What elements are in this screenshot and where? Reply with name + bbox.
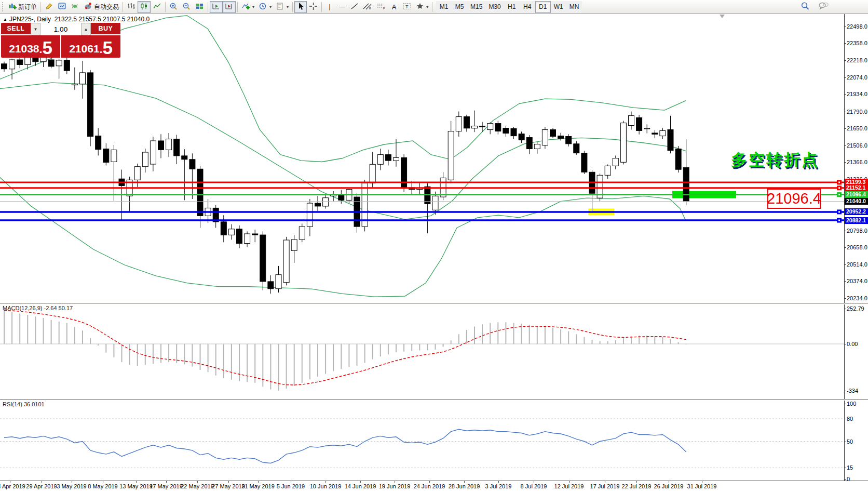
price-axis-label: 21506.0 bbox=[847, 142, 867, 149]
bear-candle bbox=[558, 136, 564, 139]
bull-candle bbox=[245, 234, 250, 244]
indicators-button[interactable]: ▾ bbox=[239, 1, 256, 13]
buy-button[interactable]: BUY bbox=[91, 23, 120, 35]
toolbar-grip bbox=[2, 2, 5, 11]
bear-candle bbox=[103, 149, 109, 163]
bar-chart-button[interactable] bbox=[125, 1, 138, 13]
pane-splitter[interactable] bbox=[0, 399, 868, 401]
bear-candle bbox=[636, 118, 642, 131]
candlestick-chart-icon bbox=[140, 2, 148, 12]
timeframe-h4[interactable]: H4 bbox=[520, 1, 535, 13]
chart-shift-button[interactable] bbox=[223, 1, 236, 13]
price-callout-box[interactable]: 21096.4 bbox=[767, 189, 821, 209]
price-axis-tick bbox=[844, 112, 846, 112]
cursor-button[interactable] bbox=[294, 1, 307, 13]
text-button[interactable]: A bbox=[388, 1, 400, 13]
date-tick bbox=[291, 481, 291, 483]
text-icon: A bbox=[392, 4, 397, 10]
volume-increase-button[interactable]: ▲ bbox=[81, 23, 91, 35]
macd-pane[interactable] bbox=[0, 304, 868, 399]
timeframe-m1[interactable]: M1 bbox=[436, 1, 452, 13]
bull-candle bbox=[620, 123, 626, 163]
auto-scroll-button[interactable] bbox=[210, 1, 223, 13]
trendline-button[interactable] bbox=[348, 1, 361, 13]
quick-trade-expander-icon[interactable]: ▲ bbox=[3, 17, 7, 22]
volume-input[interactable] bbox=[40, 23, 81, 35]
price-axis-label: 21934.0 bbox=[847, 91, 867, 97]
timeframe-mn[interactable]: MN bbox=[566, 1, 582, 13]
bull-candle bbox=[660, 130, 666, 136]
bear-candle bbox=[33, 58, 38, 62]
periods-button[interactable]: ▾ bbox=[256, 1, 274, 13]
pane-splitter[interactable] bbox=[0, 303, 868, 304]
buy-price[interactable]: 21061.5 bbox=[61, 35, 120, 58]
chart-shift-marker[interactable] bbox=[720, 15, 725, 18]
signals-button[interactable] bbox=[69, 1, 82, 13]
price-axis-label: 20798.0 bbox=[847, 228, 867, 234]
equidistant-channel-button[interactable]: E bbox=[361, 1, 374, 13]
search-button[interactable] bbox=[798, 1, 812, 13]
macd-axis-label: -334 bbox=[847, 388, 858, 394]
templates-button[interactable]: ▾ bbox=[274, 1, 291, 13]
rsi-pane[interactable] bbox=[0, 401, 868, 481]
time-axis-separator bbox=[0, 481, 868, 481]
timeframe-m5[interactable]: M5 bbox=[452, 1, 467, 13]
price-axis-tick bbox=[844, 94, 846, 95]
text-label-button[interactable]: T bbox=[400, 1, 414, 13]
bull-candle bbox=[394, 157, 399, 161]
price-axis-label: 21650.0 bbox=[847, 125, 867, 131]
indicators-icon bbox=[241, 2, 250, 12]
volume-decrease-button[interactable]: ▼ bbox=[31, 23, 40, 35]
sell-price[interactable]: 21038.5 bbox=[1, 35, 61, 58]
timeframe-w1[interactable]: W1 bbox=[551, 1, 566, 13]
highlighter-icon bbox=[45, 2, 53, 12]
date-tick bbox=[605, 481, 605, 483]
bull-candle bbox=[142, 152, 148, 167]
fibonacci-icon: F bbox=[376, 2, 386, 12]
tile-windows-button[interactable] bbox=[193, 1, 206, 13]
date-label: 31 Jul 2019 bbox=[680, 483, 724, 489]
zoom-out-button[interactable] bbox=[180, 1, 193, 13]
rsi-axis-label: 100 bbox=[847, 401, 856, 407]
charts-window-button[interactable] bbox=[56, 1, 69, 13]
price-axis-label: 21366.0 bbox=[847, 159, 867, 165]
price-tag: 20952.2 bbox=[845, 208, 868, 215]
timeframe-m15[interactable]: M15 bbox=[467, 1, 485, 13]
crosshair-button[interactable] bbox=[307, 1, 320, 13]
date-tick bbox=[326, 481, 326, 483]
new-order-button[interactable]: 新订单 bbox=[6, 1, 39, 13]
price-tag: 21096.4 bbox=[845, 191, 868, 198]
text-label-icon: T bbox=[402, 2, 412, 12]
bear-candle bbox=[158, 141, 164, 150]
turning-point-annotation[interactable]: 多空转折点 bbox=[731, 149, 819, 171]
timeframe-d1[interactable]: D1 bbox=[535, 1, 551, 13]
price-axis-label: 22358.0 bbox=[847, 40, 867, 46]
timeframe-m30[interactable]: M30 bbox=[485, 1, 504, 13]
bull-candle bbox=[323, 198, 329, 206]
horizontal-line-button[interactable]: — bbox=[336, 1, 348, 13]
candlestick-chart-button[interactable] bbox=[138, 1, 151, 13]
bull-candle bbox=[542, 130, 548, 145]
price-axis-label: 22218.0 bbox=[847, 57, 867, 63]
price-axis-tick bbox=[844, 77, 846, 78]
signals-icon bbox=[71, 2, 79, 12]
highlighter-button[interactable] bbox=[43, 1, 56, 13]
arrows-button[interactable]: ▾ bbox=[414, 1, 430, 13]
sell-button[interactable]: SELL bbox=[1, 23, 31, 35]
tile-windows-icon bbox=[195, 2, 204, 12]
autotrading-button[interactable]: 自动交易 bbox=[82, 1, 121, 13]
charts-window-icon bbox=[58, 2, 66, 12]
auto-scroll-icon bbox=[212, 2, 221, 12]
timeframe-h1[interactable]: H1 bbox=[504, 1, 520, 13]
date-tick bbox=[636, 481, 637, 483]
vertical-line-button[interactable]: | bbox=[323, 1, 336, 13]
line-chart-button[interactable] bbox=[151, 1, 164, 13]
bear-candle bbox=[385, 155, 391, 161]
bear-candle bbox=[2, 64, 7, 69]
date-tick bbox=[534, 481, 534, 483]
date-tick bbox=[166, 481, 167, 483]
zoom-in-button[interactable] bbox=[167, 1, 180, 13]
fibonacci-button[interactable]: F bbox=[374, 1, 388, 13]
chat-button[interactable] bbox=[816, 1, 831, 13]
price-axis-tick bbox=[844, 264, 846, 265]
